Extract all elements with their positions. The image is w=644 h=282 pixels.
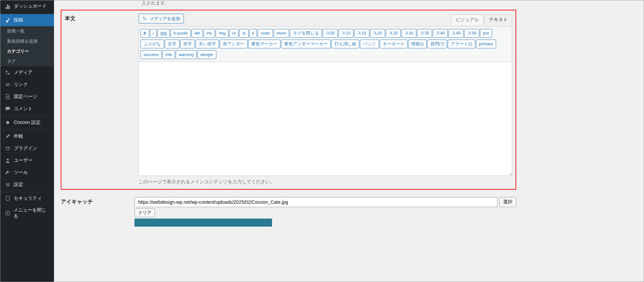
sidebar-item-tools[interactable]: ツール (0, 167, 54, 179)
quicktags-toolbar: bilinkb-quotedelinsimgulollicodemoreタグを閉… (139, 26, 512, 62)
page-icon (4, 93, 11, 100)
shield-icon (4, 195, 11, 202)
sub-item-all-posts[interactable]: 投稿一覧 (0, 26, 54, 36)
qt-pre[interactable]: pre (480, 29, 492, 38)
qt-15[interactable]: ス15 (354, 29, 369, 38)
sidebar-label: Cocoon 設定 (14, 120, 41, 126)
qt-ul[interactable]: ul (229, 29, 238, 38)
sidebar-item-pages[interactable]: 固定ページ (0, 91, 54, 103)
sidebar-label: 設定 (14, 182, 23, 188)
qt-30[interactable]: ス30 (401, 29, 417, 38)
sidebar-item-users[interactable]: ユーザー (0, 154, 54, 167)
add-media-button[interactable]: メディアを追加 (139, 14, 184, 23)
qt-50[interactable]: ス50 (464, 29, 479, 38)
qt-20[interactable]: ス20 (370, 29, 385, 38)
sidebar-label: 投稿 (14, 17, 23, 23)
clear-button[interactable]: クリア (135, 208, 155, 217)
qt-del[interactable]: del (192, 29, 203, 38)
qt-[interactable]: 太い赤字 (196, 40, 219, 48)
qt-info[interactable]: info (162, 50, 175, 59)
svg-point-1 (8, 73, 10, 75)
truncated-note: 入されます。 (61, 0, 516, 10)
svg-point-9 (145, 18, 146, 19)
tab-text[interactable]: テキスト (485, 14, 512, 25)
qt-[interactable]: 黄色マーカー (248, 40, 280, 48)
content-editor-section: 本文 メディアを追加 ビジュアル テキスト bilinkb-quotedelin… (61, 10, 516, 190)
qt-[interactable]: キーボード (380, 40, 408, 48)
sidebar-item-settings[interactable]: 設定 (0, 179, 54, 191)
select-button[interactable]: 選択 (499, 197, 516, 207)
sidebar-item-dashboard[interactable]: ダッシュボード (0, 0, 54, 12)
qt-success[interactable]: success (141, 50, 162, 59)
qt-45[interactable]: ス45 (448, 29, 464, 38)
dashboard-icon (4, 3, 11, 10)
qt-primary[interactable]: primary (476, 40, 496, 48)
sub-item-categories[interactable]: カテゴリー (0, 46, 54, 56)
sub-item-new-post[interactable]: 新規投稿を追加 (0, 36, 54, 46)
qt-i[interactable]: i (150, 29, 157, 38)
sidebar-item-security[interactable]: セキュリティ (0, 192, 54, 204)
pin-icon (4, 17, 11, 23)
qt-[interactable]: タグを閉じる (290, 29, 322, 38)
qt-more[interactable]: more (274, 29, 289, 38)
svg-point-2 (6, 121, 9, 124)
admin-sidebar: ダッシュボード 投稿 投稿一覧 新規投稿を追加 カテゴリー タグ メディア リン… (0, 0, 54, 282)
qt-[interactable]: 質問(?) (427, 40, 447, 48)
qt-link[interactable]: link (157, 29, 170, 38)
qt-25[interactable]: ス25 (386, 29, 401, 38)
qt-[interactable]: ふりがな (141, 40, 164, 48)
posts-submenu: 投稿一覧 新規投稿を追加 カテゴリー タグ (0, 26, 54, 66)
qt-40[interactable]: ス40 (433, 29, 448, 38)
content-textarea[interactable] (139, 62, 512, 176)
sidebar-item-appearance[interactable]: 外観 (0, 130, 54, 142)
cocoon-icon (4, 119, 11, 126)
link-icon (4, 81, 11, 88)
qt-[interactable]: 打ち消し線 (331, 40, 359, 48)
qt-b[interactable]: b (141, 29, 149, 38)
sidebar-label: コメント (14, 106, 33, 112)
sidebar-item-comments[interactable]: コメント (0, 103, 54, 115)
tab-visual[interactable]: ビジュアル (451, 14, 483, 25)
qt-warning[interactable]: warning (176, 50, 197, 59)
sidebar-item-media[interactable]: メディア (0, 66, 54, 79)
eyecatch-url-input[interactable] (135, 197, 497, 207)
qt-[interactable]: バッジ (360, 40, 379, 48)
sidebar-label: メニューを閉じる (13, 207, 50, 219)
wrench-icon (4, 169, 11, 176)
svg-point-4 (8, 183, 9, 184)
user-icon (4, 157, 11, 164)
sidebar-item-cocoon[interactable]: Cocoon 設定 (0, 116, 54, 129)
qt-ins[interactable]: ins (204, 29, 215, 38)
current-arrow-icon (51, 17, 57, 23)
qt-10[interactable]: ス10 (338, 29, 354, 38)
svg-point-6 (8, 185, 9, 186)
svg-point-7 (5, 211, 10, 216)
sidebar-label: メディア (14, 69, 33, 76)
qt-ol[interactable]: ol (239, 29, 249, 38)
qt-i[interactable]: 情報(i) (408, 40, 427, 48)
qt-li[interactable]: li (249, 29, 257, 38)
qt-img[interactable]: img (216, 29, 228, 38)
sidebar-item-links[interactable]: リンク (0, 79, 54, 91)
qt-[interactable]: 赤字 (180, 40, 195, 48)
content-description: このページで表示されるメインコンテンツを入力してください。 (139, 177, 512, 185)
sidebar-collapse[interactable]: メニューを閉じる (0, 204, 54, 222)
qt-bquote[interactable]: b-quote (170, 29, 191, 38)
qt-35[interactable]: ス35 (417, 29, 432, 38)
plug-icon (4, 145, 11, 152)
sidebar-item-plugins[interactable]: プラグイン (0, 142, 54, 154)
media-icon (142, 15, 148, 22)
qt-[interactable]: アラート(!) (448, 40, 475, 48)
qt-[interactable]: 太字 (165, 40, 179, 48)
main-content: 入されます。 本文 メディアを追加 ビジュアル テキスト (54, 0, 644, 282)
sub-item-tags[interactable]: タグ (0, 56, 54, 66)
settings-icon (4, 181, 11, 188)
qt-[interactable]: 黄色アンダーマーカー (281, 40, 331, 48)
qt-05[interactable]: ス05 (323, 29, 338, 38)
qt-danger[interactable]: danger (197, 50, 216, 59)
eyecatch-thumbnail (135, 219, 272, 227)
sidebar-label: ユーザー (14, 157, 33, 163)
qt-[interactable]: 赤アンダー (220, 40, 248, 48)
sidebar-item-posts[interactable]: 投稿 (0, 14, 54, 26)
qt-code[interactable]: code (258, 29, 273, 38)
